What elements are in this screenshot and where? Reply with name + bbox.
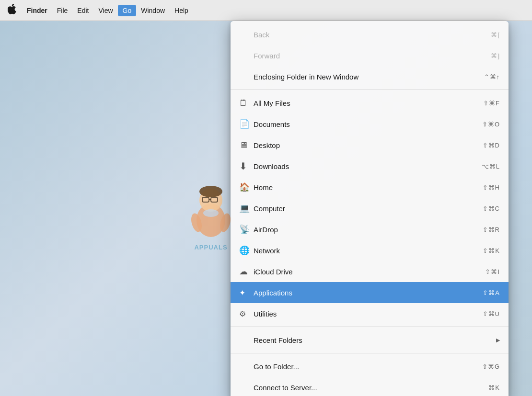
menu-item-home[interactable]: 🏠 Home ⇧⌘H [231, 177, 509, 198]
file-menu[interactable]: File [52, 5, 73, 16]
applications-shortcut: ⇧⌘A [483, 289, 500, 296]
downloads-icon: ⬇ [239, 160, 253, 172]
utilities-label: Utilities [254, 310, 483, 318]
menu-item-computer[interactable]: 💻 Computer ⇧⌘C [231, 198, 509, 219]
back-label: Back [254, 31, 491, 39]
all-my-files-label: All My Files [254, 99, 483, 107]
airdrop-shortcut: ⇧⌘R [483, 226, 500, 233]
menu-item-documents[interactable]: 📄 Documents ⇧⌘O [231, 113, 509, 135]
goto-folder-shortcut: ⇧⌘G [482, 363, 500, 370]
home-icon: 🏠 [239, 182, 253, 192]
finder-menu[interactable]: Finder [22, 5, 52, 16]
recent-folders-arrow: ▶ [496, 337, 500, 343]
back-shortcut: ⌘[ [491, 31, 500, 38]
enclosing-shortcut: ⌃⌘↑ [484, 73, 500, 80]
utilities-icon: ⚙ [239, 309, 253, 318]
menu-item-network[interactable]: 🌐 Network ⇧⌘K [231, 240, 509, 261]
menu-item-goto-folder[interactable]: Go to Folder... ⇧⌘G [231, 356, 509, 377]
documents-label: Documents [254, 120, 482, 128]
menu-item-utilities[interactable]: ⚙ Utilities ⇧⌘U [231, 303, 509, 324]
menu-item-recent-folders[interactable]: Recent Folders ▶ [231, 329, 509, 351]
forward-label: Forward [254, 52, 491, 60]
help-menu[interactable]: Help [170, 5, 193, 16]
menu-item-back[interactable]: Back ⌘[ [231, 24, 509, 45]
connect-server-shortcut: ⌘K [488, 384, 500, 391]
icloud-icon: ☁ [239, 266, 253, 277]
airdrop-icon: 📡 [239, 224, 253, 235]
menu-item-forward[interactable]: Forward ⌘] [231, 45, 509, 66]
menubar: Finder File Edit View Go Window Help [0, 0, 532, 21]
icloud-shortcut: ⇧⌘I [485, 268, 500, 275]
separator-1 [231, 90, 509, 90]
downloads-shortcut: ⌥⌘L [482, 163, 500, 170]
go-dropdown-menu: Back ⌘[ Forward ⌘] Enclosing Folder in N… [231, 21, 509, 396]
desktop-label: Desktop [254, 141, 483, 149]
connect-server-label: Connect to Server... [254, 384, 488, 392]
desktop-shortcut: ⇧⌘D [483, 142, 500, 149]
airdrop-label: AirDrop [254, 226, 483, 234]
network-shortcut: ⇧⌘K [483, 247, 500, 254]
icloud-label: iCloud Drive [254, 268, 485, 276]
recent-folders-label: Recent Folders [254, 336, 493, 344]
menu-item-enclosing[interactable]: Enclosing Folder in New Window ⌃⌘↑ [231, 66, 509, 87]
menu-item-applications[interactable]: ✦ Applications ⇧⌘A [231, 282, 509, 303]
menu-item-all-my-files[interactable]: 🗒 All My Files ⇧⌘F [231, 92, 509, 113]
documents-shortcut: ⇧⌘O [482, 121, 500, 128]
enclosing-label: Enclosing Folder in New Window [254, 73, 484, 81]
all-my-files-icon: 🗒 [239, 98, 253, 108]
documents-icon: 📄 [239, 119, 253, 129]
menu-item-connect-server[interactable]: Connect to Server... ⌘K [231, 377, 509, 396]
utilities-shortcut: ⇧⌘U [483, 310, 500, 317]
computer-label: Computer [254, 204, 483, 213]
separator-2 [231, 327, 509, 327]
home-label: Home [254, 183, 483, 192]
separator-3 [231, 353, 509, 353]
all-my-files-shortcut: ⇧⌘F [483, 100, 500, 107]
network-icon: 🌐 [239, 245, 253, 256]
home-shortcut: ⇧⌘H [483, 184, 500, 191]
applications-icon: ✦ [239, 288, 253, 297]
desktop-icon: 🖥 [239, 140, 253, 150]
menu-item-airdrop[interactable]: 📡 AirDrop ⇧⌘R [231, 219, 509, 240]
applications-label: Applications [254, 289, 483, 297]
network-label: Network [254, 247, 483, 255]
goto-folder-label: Go to Folder... [254, 362, 482, 371]
window-menu[interactable]: Window [136, 5, 170, 16]
view-menu[interactable]: View [93, 5, 117, 16]
computer-icon: 💻 [239, 203, 253, 214]
menu-item-downloads[interactable]: ⬇ Downloads ⌥⌘L [231, 156, 509, 177]
go-menu[interactable]: Go [118, 5, 137, 16]
downloads-label: Downloads [254, 162, 482, 170]
computer-shortcut: ⇧⌘C [483, 205, 500, 212]
menu-item-desktop[interactable]: 🖥 Desktop ⇧⌘D [231, 135, 509, 156]
apple-menu[interactable] [6, 2, 22, 19]
menu-item-icloud[interactable]: ☁ iCloud Drive ⇧⌘I [231, 261, 509, 282]
forward-shortcut: ⌘] [491, 52, 500, 59]
edit-menu[interactable]: Edit [72, 5, 93, 16]
